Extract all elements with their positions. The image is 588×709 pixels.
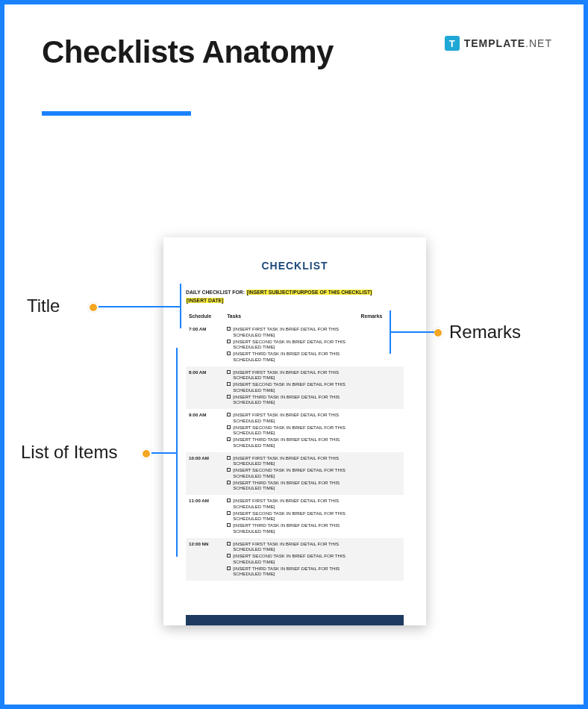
callout-dot-icon [433,328,443,338]
tasks-cell: [INSERT FIRST TASK IN BRIEF DETAIL FOR T… [224,495,357,538]
document-subtitle: DAILY CHECKLIST FOR: [INSERT SUBJECT/PUR… [186,290,404,295]
checkbox-icon [227,437,231,441]
table-row: 11:00 AM[INSERT FIRST TASK IN BRIEF DETA… [186,495,404,538]
checkbox-icon [227,554,231,557]
document-heading: CHECKLIST [186,260,404,272]
checkbox-icon [227,481,231,484]
task-text: [INSERT SECOND TASK IN BRIEF DETAIL FOR … [233,553,354,565]
task-text: [INSERT SECOND TASK IN BRIEF DETAIL FOR … [233,339,354,351]
checkbox-icon [227,352,231,355]
template-icon: T [445,36,460,51]
task-line: [INSERT THIRD TASK IN BRIEF DETAIL FOR T… [227,437,354,449]
tasks-cell: [INSERT FIRST TASK IN BRIEF DETAIL FOR T… [224,452,357,496]
title-underline [42,111,191,116]
callout-connector [98,306,180,307]
brand-name-light: .NET [525,37,552,49]
tasks-cell: [INSERT FIRST TASK IN BRIEF DETAIL FOR T… [224,409,357,452]
remarks-cell [358,366,404,410]
tasks-cell: [INSERT FIRST TASK IN BRIEF DETAIL FOR T… [224,323,357,366]
checkbox-icon [227,382,231,386]
callout-bracket [390,310,391,354]
date-row: [INSERT DATE] [186,298,404,303]
callout-dot-icon [141,449,151,459]
task-line: [INSERT THIRD TASK IN BRIEF DETAIL FOR T… [227,522,354,534]
brand-logo: T TEMPLATE.NET [445,36,552,51]
diagram-frame: T TEMPLATE.NET Checklists Anatomy CHECKL… [0,0,588,709]
tasks-cell: [INSERT FIRST TASK IN BRIEF DETAIL FOR T… [224,538,357,581]
checkbox-icon [227,370,231,374]
checkbox-icon [227,499,231,502]
brand-name: TEMPLATE.NET [464,37,552,49]
task-line: [INSERT FIRST TASK IN BRIEF DETAIL FOR T… [227,326,354,338]
checkbox-icon [227,523,231,527]
callout-connector [151,452,176,454]
tasks-cell: [INSERT FIRST TASK IN BRIEF DETAIL FOR T… [224,366,357,410]
table-row: 8:00 AM[INSERT FIRST TASK IN BRIEF DETAI… [186,366,404,410]
task-text: [INSERT FIRST TASK IN BRIEF DETAIL FOR T… [233,498,354,510]
task-line: [INSERT SECOND TASK IN BRIEF DETAIL FOR … [227,553,354,565]
task-text: [INSERT THIRD TASK IN BRIEF DETAIL FOR T… [233,437,354,449]
task-text: [INSERT THIRD TASK IN BRIEF DETAIL FOR T… [233,394,354,406]
brand-name-bold: TEMPLATE [464,37,525,49]
date-placeholder: [INSERT DATE] [186,298,224,303]
task-text: [INSERT FIRST TASK IN BRIEF DETAIL FOR T… [233,326,354,338]
subtitle-placeholder: [INSERT SUBJECT/PURPOSE OF THIS CHECKLIS… [246,290,373,295]
checkbox-icon [227,395,231,399]
task-line: [INSERT THIRD TASK IN BRIEF DETAIL FOR T… [227,480,354,492]
page-header: Checklists Anatomy [4,4,584,123]
callout-list-label: List of Items [21,442,117,463]
task-text: [INSERT FIRST TASK IN BRIEF DETAIL FOR T… [233,541,354,553]
task-text: [INSERT THIRD TASK IN BRIEF DETAIL FOR T… [233,522,354,534]
task-text: [INSERT SECOND TASK IN BRIEF DETAIL FOR … [233,381,354,393]
table-row: 12:00 NN[INSERT FIRST TASK IN BRIEF DETA… [186,538,404,581]
schedule-cell: 11:00 AM [186,495,224,538]
task-text: [INSERT SECOND TASK IN BRIEF DETAIL FOR … [233,467,354,479]
task-line: [INSERT THIRD TASK IN BRIEF DETAIL FOR T… [227,566,354,578]
task-line: [INSERT FIRST TASK IN BRIEF DETAIL FOR T… [227,412,354,424]
checkbox-icon [227,413,231,416]
checkbox-icon [227,468,231,472]
task-line: [INSERT FIRST TASK IN BRIEF DETAIL FOR T… [227,541,354,553]
task-line: [INSERT FIRST TASK IN BRIEF DETAIL FOR T… [227,498,354,510]
callout-bracket [176,348,178,557]
checkbox-icon [227,511,231,515]
schedule-cell: 9:00 AM [186,409,224,452]
table-row: 9:00 AM[INSERT FIRST TASK IN BRIEF DETAI… [186,409,404,452]
col-schedule: Schedule [186,310,224,323]
checkbox-icon [227,327,231,331]
remarks-cell [358,538,404,581]
callout-bracket [180,284,181,328]
checklist-document: CHECKLIST DAILY CHECKLIST FOR: [INSERT S… [163,237,426,625]
subtitle-label: DAILY CHECKLIST FOR: [186,290,245,295]
checkbox-icon [227,425,231,429]
checklist-table: Schedule Tasks Remarks 7:00 AM[INSERT FI… [186,310,404,581]
task-line: [INSERT FIRST TASK IN BRIEF DETAIL FOR T… [227,455,354,467]
task-text: [INSERT THIRD TASK IN BRIEF DETAIL FOR T… [233,480,354,492]
checkbox-icon [227,542,231,546]
callout-connector [391,331,434,333]
task-line: [INSERT SECOND TASK IN BRIEF DETAIL FOR … [227,425,354,437]
task-text: [INSERT FIRST TASK IN BRIEF DETAIL FOR T… [233,369,354,381]
remarks-cell [358,452,404,496]
checkbox-icon [227,566,231,570]
checkbox-icon [227,456,231,460]
callout-remarks-label: Remarks [449,322,521,343]
schedule-cell: 12:00 NN [186,538,224,581]
task-text: [INSERT FIRST TASK IN BRIEF DETAIL FOR T… [233,455,354,467]
table-row: 7:00 AM[INSERT FIRST TASK IN BRIEF DETAI… [186,323,404,366]
task-line: [INSERT SECOND TASK IN BRIEF DETAIL FOR … [227,381,354,393]
checkbox-icon [227,340,231,343]
task-text: [INSERT THIRD TASK IN BRIEF DETAIL FOR T… [233,566,354,578]
task-line: [INSERT THIRD TASK IN BRIEF DETAIL FOR T… [227,394,354,406]
task-text: [INSERT SECOND TASK IN BRIEF DETAIL FOR … [233,425,354,437]
task-text: [INSERT SECOND TASK IN BRIEF DETAIL FOR … [233,510,354,522]
task-line: [INSERT SECOND TASK IN BRIEF DETAIL FOR … [227,510,354,522]
schedule-cell: 10:00 AM [186,452,224,496]
task-text: [INSERT FIRST TASK IN BRIEF DETAIL FOR T… [233,412,354,424]
document-footer-bar [186,615,404,625]
remarks-cell [358,495,404,538]
task-line: [INSERT FIRST TASK IN BRIEF DETAIL FOR T… [227,369,354,381]
task-text: [INSERT THIRD TASK IN BRIEF DETAIL FOR T… [233,351,354,363]
schedule-cell: 8:00 AM [186,366,224,410]
col-tasks: Tasks [224,310,357,323]
